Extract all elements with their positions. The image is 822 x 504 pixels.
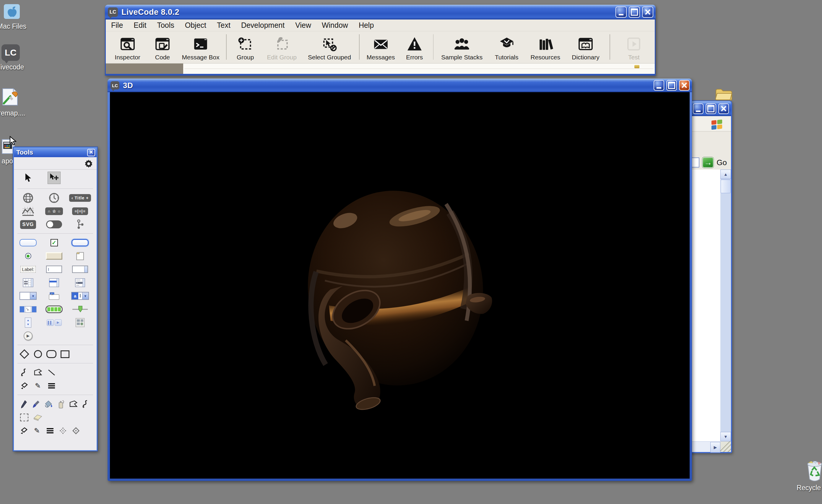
- tool-brush-fill[interactable]: [17, 424, 30, 437]
- viewer-titlebar[interactable]: LC 3D: [107, 79, 692, 92]
- minimize-button[interactable]: [615, 6, 627, 18]
- tool-eraser[interactable]: [31, 411, 45, 424]
- close-button[interactable]: [87, 149, 95, 156]
- tool-regular-polygon[interactable]: [17, 348, 31, 361]
- tool-stamp-diamond[interactable]: [69, 424, 82, 437]
- tool-text-entry[interactable]: I: [41, 263, 67, 276]
- tool-default-button[interactable]: [67, 236, 93, 249]
- tool-browse-tool[interactable]: [15, 171, 41, 184]
- desktop-icon-recycle-bin[interactable]: Recycle Bin: [787, 460, 822, 492]
- tool-oval[interactable]: [31, 348, 45, 361]
- menu-file[interactable]: File: [111, 21, 123, 30]
- menu-window[interactable]: Window: [322, 21, 348, 30]
- close-button[interactable]: [679, 80, 690, 91]
- tool-navigation-bar-widget[interactable]: ∩ ☆ ○: [41, 205, 67, 218]
- scrollbar-thumb[interactable]: [721, 180, 731, 193]
- tool-clock-widget[interactable]: [41, 191, 67, 204]
- tool-table-field[interactable]: [15, 276, 41, 289]
- scroll-down-button[interactable]: [720, 432, 731, 441]
- menu-view[interactable]: View: [295, 21, 311, 30]
- tool-straight-line[interactable]: [45, 366, 58, 379]
- tool-graphic-fill[interactable]: [17, 379, 31, 392]
- toolbar-button-dictionary[interactable]: Dictionary: [565, 31, 606, 63]
- tool-player[interactable]: [15, 330, 41, 343]
- tool-scrolling-field[interactable]: [67, 263, 93, 276]
- vertical-scrollbar[interactable]: [720, 169, 731, 441]
- tool-paint-polygon[interactable]: [67, 398, 79, 411]
- menu-tools[interactable]: Tools: [157, 21, 174, 30]
- tool-header-bar-widget[interactable]: ‹ Title +: [67, 191, 93, 204]
- tool-video-player[interactable]: [67, 316, 93, 329]
- menu-text[interactable]: Text: [217, 21, 231, 30]
- menu-object[interactable]: Object: [185, 21, 206, 30]
- tool-slider[interactable]: [67, 303, 93, 316]
- tool-browser-widget[interactable]: [15, 191, 41, 204]
- close-button[interactable]: [642, 6, 653, 18]
- toolbar-button-messages[interactable]: Messages: [363, 31, 399, 63]
- tool-spinner[interactable]: [15, 316, 41, 329]
- go-button[interactable]: [702, 157, 714, 168]
- tool-svg-path-widget[interactable]: SVG: [15, 218, 41, 231]
- toolbar-button-code[interactable]: Code: [147, 31, 178, 63]
- toolbar-button-inspector[interactable]: Inspector: [108, 31, 147, 63]
- tool-radio-button[interactable]: [15, 249, 41, 263]
- desktop-icon-mac-files[interactable]: Mac Files: [0, 3, 31, 30]
- tool-check-box[interactable]: ✓: [41, 236, 67, 249]
- tool-list-behavior-field[interactable]: [67, 276, 93, 289]
- tool-label-field[interactable]: Label:: [15, 263, 41, 276]
- tool-graph-widget[interactable]: [15, 205, 41, 218]
- resize-grip[interactable]: [720, 441, 731, 452]
- desktop-icon-livecode-file[interactable]: LC .livecode: [0, 44, 30, 71]
- tool-paint-pencil[interactable]: [17, 398, 30, 411]
- gear-icon[interactable]: [84, 159, 93, 169]
- tool-paint-curve[interactable]: [79, 398, 92, 411]
- tool-brush-pattern[interactable]: [43, 424, 56, 437]
- minimize-button[interactable]: [654, 80, 664, 91]
- tool-rounded-rectangle[interactable]: [45, 348, 58, 361]
- toolbar-button-select-grouped[interactable]: Select Grouped: [303, 31, 356, 63]
- scroll-up-button[interactable]: [720, 169, 731, 179]
- tool-graphic-pattern[interactable]: [45, 379, 58, 392]
- tool-drop-down-menu[interactable]: [15, 290, 41, 303]
- close-button[interactable]: [718, 103, 729, 114]
- tool-combo-box[interactable]: aI: [67, 290, 93, 303]
- tool-scrollbar[interactable]: [15, 303, 41, 316]
- toolbar-button-message-box[interactable]: Message Box: [178, 31, 224, 63]
- maximize-button[interactable]: [706, 103, 716, 114]
- tool-card-template[interactable]: [67, 249, 93, 263]
- tool-rectangle[interactable]: [58, 348, 72, 361]
- tool-progress-bar[interactable]: [41, 303, 67, 316]
- tool-media-controls[interactable]: ▌▌▶: [41, 316, 67, 329]
- tools-titlebar[interactable]: Tools: [14, 148, 97, 157]
- tool-polygon[interactable]: [31, 366, 45, 379]
- viewer-canvas[interactable]: [110, 92, 690, 479]
- maximize-button[interactable]: [629, 6, 640, 18]
- menu-help[interactable]: Help: [359, 21, 374, 30]
- tool-spray-pattern[interactable]: [56, 424, 69, 437]
- tool-bevel-button[interactable]: [41, 249, 67, 263]
- tool-tab-panel[interactable]: [41, 290, 67, 303]
- tool-segmented-control-widget[interactable]: ≡|≡|≡: [67, 205, 93, 218]
- tool-graphic-pen[interactable]: ✎: [31, 379, 45, 392]
- tool-push-button[interactable]: [15, 236, 41, 249]
- tool-tree-view-widget[interactable]: [67, 218, 93, 231]
- maximize-button[interactable]: [666, 80, 677, 91]
- desktop-icon-spheremap-file[interactable]: eremap....: [0, 87, 30, 117]
- toolbar-button-resources[interactable]: Resources: [526, 31, 565, 63]
- menu-edit[interactable]: Edit: [133, 21, 146, 30]
- toolbar-button-sample-stacks[interactable]: Sample Stacks: [436, 31, 487, 63]
- menu-development[interactable]: Development: [241, 21, 285, 30]
- scroll-right-button[interactable]: [710, 442, 720, 453]
- tool-divided-list[interactable]: [41, 276, 67, 289]
- livecode-titlebar[interactable]: LC LiveCode 8.0.2: [105, 5, 656, 19]
- tool-switch-button-widget[interactable]: [41, 218, 67, 231]
- toolbar-button-group[interactable]: Group: [230, 31, 261, 63]
- minimize-button[interactable]: [693, 103, 704, 114]
- tool-spray-can[interactable]: [55, 398, 67, 411]
- toolbar-button-tutorials[interactable]: Tutorials: [487, 31, 526, 63]
- toolbar-button-errors[interactable]: Errors: [399, 31, 430, 63]
- tool-brush-pen[interactable]: ✎: [30, 424, 43, 437]
- tool-select-area[interactable]: [17, 411, 31, 424]
- tool-paint-brush[interactable]: [30, 398, 42, 411]
- tool-pointer-tool[interactable]: [41, 171, 67, 184]
